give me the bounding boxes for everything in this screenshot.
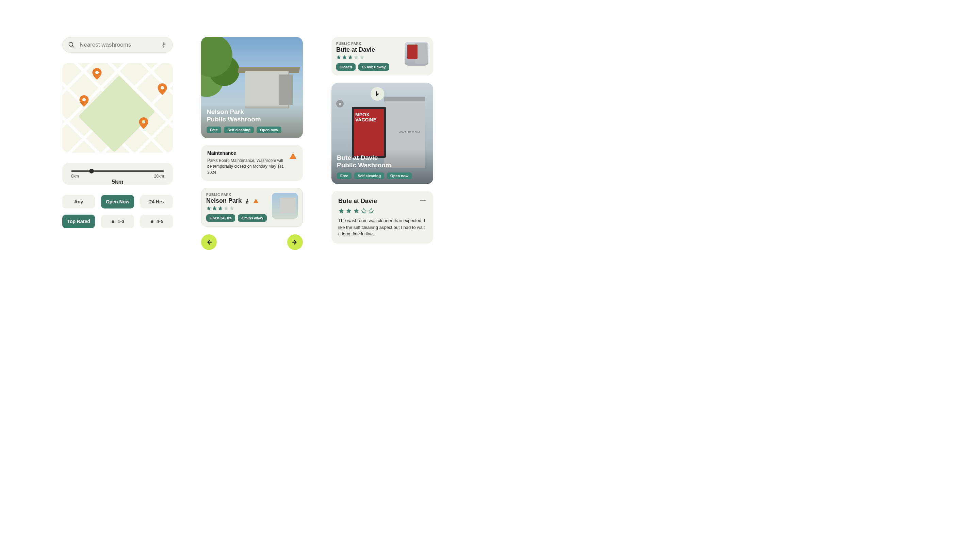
bute-hero-card[interactable]: WASHROOM MPOXVACCINE Bute at Davie Publi… <box>331 83 433 184</box>
search-icon <box>68 41 75 48</box>
toilet-icon <box>371 87 384 101</box>
search-input[interactable] <box>79 41 156 49</box>
tag-free: Free <box>337 172 352 179</box>
slider-thumb[interactable] <box>89 169 94 173</box>
bute-list-card[interactable]: PUBLIC PARK Bute at Davie Closed 15 mins… <box>331 37 433 76</box>
star-icon <box>342 55 347 60</box>
star-icon <box>229 206 234 211</box>
filter-open-now[interactable]: Open Now <box>101 195 134 208</box>
tag-self-cleaning: Self cleaning <box>224 127 254 133</box>
review-card: Bute at Davie The washroom was cleaner t… <box>331 191 433 243</box>
map-pin-icon[interactable] <box>158 83 167 95</box>
review-body: The washroom was cleaner than expected. … <box>338 218 426 237</box>
slider-max-label: 20km <box>154 174 164 179</box>
card-eyebrow: PUBLIC PARK <box>336 42 400 46</box>
tag-open-now: Open now <box>256 127 282 133</box>
filter-rating-1-3[interactable]: 1-3 <box>101 214 134 228</box>
card-eyebrow: PUBLIC PARK <box>206 193 267 197</box>
filter-any[interactable]: Any <box>62 195 95 208</box>
star-icon <box>353 208 360 214</box>
map-view[interactable] <box>62 63 173 153</box>
hero-overlay: Bute at Davie Public Washroom Free Self … <box>331 149 433 184</box>
star-icon <box>212 206 217 211</box>
warning-icon <box>253 198 259 204</box>
nelson-hero-card[interactable]: Nelson Park Public Washroom Free Self cl… <box>201 37 303 138</box>
card-title: Bute at Davie <box>336 46 400 53</box>
map-park-area <box>78 76 155 152</box>
map-pin-icon[interactable] <box>92 68 102 79</box>
star-icon <box>353 55 359 60</box>
prev-button[interactable] <box>201 234 217 250</box>
filter-24hrs[interactable]: 24 Hrs <box>140 195 173 208</box>
more-icon[interactable] <box>420 197 426 205</box>
nelson-list-card[interactable]: PUBLIC PARK Nelson Park Open 24 Hrs 3 mi… <box>201 188 303 227</box>
star-icon <box>361 208 367 214</box>
map-pin-icon[interactable] <box>139 118 148 129</box>
star-icon <box>346 208 352 214</box>
notice-title: Maintenance <box>207 150 285 156</box>
pill-open-24: Open 24 Hrs <box>206 214 235 222</box>
star-icon <box>224 206 229 211</box>
kiosk-label: WASHROOM <box>399 130 420 134</box>
notice-body: Parks Board Maintenance. Washroom will b… <box>207 158 285 176</box>
slider-value-label: 5km <box>111 179 123 185</box>
rating-stars <box>338 208 426 214</box>
distance-slider-card: 0km 20km 5km <box>62 163 173 185</box>
rating-stars <box>336 55 400 60</box>
filter-chips: Any Open Now 24 Hrs Top Rated 1-3 4-5 <box>62 195 173 228</box>
card-thumbnail <box>404 42 428 66</box>
distance-slider[interactable] <box>71 170 164 172</box>
accessibility-icon <box>244 198 250 204</box>
mic-icon[interactable] <box>160 41 167 48</box>
tag-free: Free <box>207 127 221 133</box>
card-title: Nelson Park <box>206 197 242 205</box>
filter-rating-4-5-label: 4-5 <box>156 219 163 224</box>
slider-min-label: 0km <box>71 174 79 179</box>
hero-title: Bute at Davie Public Washroom <box>337 154 428 169</box>
card-thumbnail <box>272 193 298 219</box>
hero-title: Nelson Park Public Washroom <box>207 108 298 123</box>
rating-stars <box>206 206 267 211</box>
hero-overlay: Nelson Park Public Washroom Free Self cl… <box>201 103 303 138</box>
map-pin-icon[interactable] <box>79 95 89 107</box>
star-icon <box>336 55 341 60</box>
star-icon <box>348 55 353 60</box>
maintenance-notice: Maintenance Parks Board Maintenance. Was… <box>201 145 303 181</box>
star-icon <box>338 208 344 214</box>
hero-foliage <box>201 37 242 98</box>
star-icon <box>111 219 115 224</box>
filter-top-rated[interactable]: Top Rated <box>62 214 95 228</box>
star-icon <box>218 206 223 211</box>
warning-icon <box>289 152 297 160</box>
pill-distance: 3 mins away <box>238 214 267 222</box>
tag-open-now: Open now <box>387 172 412 179</box>
filter-rating-1-3-label: 1-3 <box>118 219 124 224</box>
tag-self-cleaning: Self cleaning <box>354 172 384 179</box>
review-title: Bute at Davie <box>338 198 377 205</box>
next-button[interactable] <box>287 234 303 250</box>
star-icon <box>150 219 154 224</box>
star-icon <box>206 206 211 211</box>
pill-distance: 15 mins away <box>358 63 389 71</box>
pill-closed: Closed <box>336 63 356 71</box>
close-button[interactable] <box>336 100 344 108</box>
filter-rating-4-5[interactable]: 4-5 <box>140 214 173 228</box>
search-bar[interactable] <box>62 37 173 53</box>
star-icon <box>360 55 364 60</box>
star-icon <box>368 208 374 214</box>
